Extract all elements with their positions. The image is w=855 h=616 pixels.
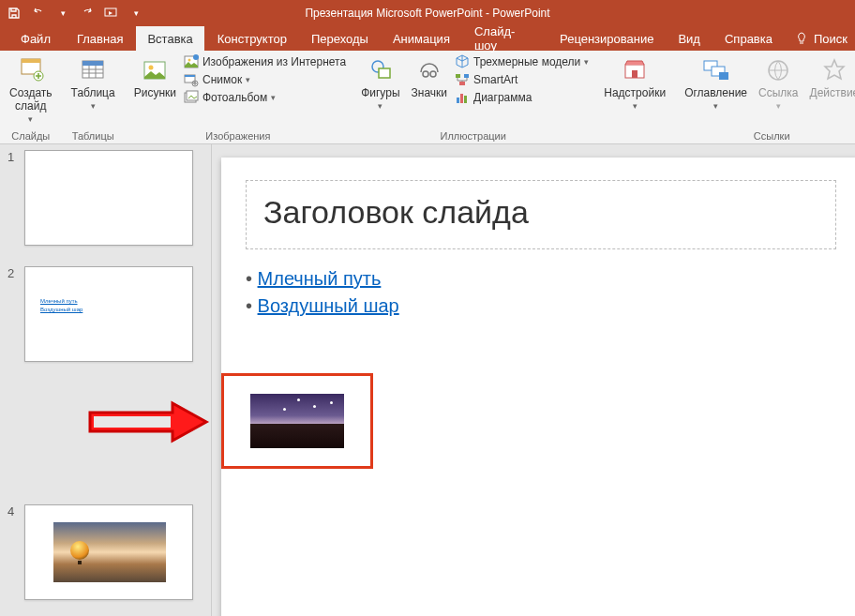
zoom-toc-icon	[702, 56, 730, 84]
group-illustrations-label: Иллюстрации	[357, 130, 589, 142]
photo-album-icon	[184, 90, 199, 105]
svg-point-9	[188, 59, 190, 62]
group-tables: Таблица ▾ Таблицы	[62, 51, 125, 143]
undo-icon[interactable]	[30, 5, 47, 22]
milky-way-image	[250, 394, 344, 448]
hyperlink-1[interactable]: Млечный путь	[258, 268, 382, 289]
chevron-down-icon: ▾	[271, 93, 276, 102]
online-pictures-icon	[184, 54, 199, 69]
smartart-icon	[455, 72, 470, 87]
tab-slideshow[interactable]: Слайд-шоу	[463, 26, 547, 51]
hyperlink-2[interactable]: Воздушный шар	[258, 295, 399, 316]
lightbulb-icon	[793, 30, 810, 47]
window-title: Презентация Microsoft PowerPoint - Power…	[305, 7, 549, 20]
chevron-down-icon: ▾	[776, 101, 781, 111]
pictures-button[interactable]: Рисунки	[130, 54, 180, 101]
svg-rect-20	[456, 74, 460, 78]
thumbnail-slide-1[interactable]	[24, 150, 193, 246]
group-links-label: Ссылки	[681, 130, 855, 142]
tab-insert[interactable]: Вставка	[136, 26, 203, 51]
table-button[interactable]: Таблица ▾	[68, 54, 119, 113]
thumbnail-slide-4[interactable]	[24, 504, 193, 600]
new-slide-label: Создать слайд	[9, 86, 52, 113]
dragged-thumbnail[interactable]	[221, 373, 373, 469]
svg-rect-22	[459, 82, 465, 85]
save-icon[interactable]	[6, 5, 22, 22]
shapes-button[interactable]: Фигуры ▾	[357, 54, 403, 113]
table-icon	[79, 56, 107, 84]
redo-icon[interactable]	[79, 5, 96, 22]
chevron-down-icon: ▾	[713, 101, 718, 111]
tab-design[interactable]: Конструктор	[206, 26, 298, 51]
annotation-arrow-icon	[88, 400, 210, 447]
svg-rect-21	[464, 74, 469, 78]
chevron-down-icon: ▾	[633, 101, 638, 111]
action-label: Действие	[810, 86, 855, 99]
smartart-button[interactable]: SmartArt	[455, 72, 589, 87]
addins-label: Надстройки	[604, 86, 666, 99]
qat-dropdown-icon[interactable]: ▾	[128, 5, 144, 22]
zoom-button[interactable]: Оглавление ▾	[681, 54, 751, 113]
chart-button[interactable]: Диаграмма	[455, 90, 589, 105]
svg-point-7	[149, 66, 154, 70]
svg-rect-15	[187, 91, 198, 100]
group-tables-label: Таблицы	[68, 130, 119, 142]
3dmodels-label: Трехмерные модели	[473, 55, 580, 68]
tab-help[interactable]: Справка	[713, 26, 784, 51]
tab-animations[interactable]: Анимация	[382, 26, 461, 51]
action-button[interactable]: Действие	[806, 54, 855, 101]
svg-rect-5	[82, 61, 103, 66]
balloon-icon	[70, 541, 89, 565]
chevron-down-icon: ▾	[91, 101, 96, 111]
tell-me-search[interactable]: Поиск	[786, 26, 855, 51]
pictures-label: Рисунки	[134, 86, 176, 99]
addins-button[interactable]: Надстройки ▾	[600, 54, 669, 113]
tab-transitions[interactable]: Переходы	[300, 26, 380, 51]
3dmodels-button[interactable]: Трехмерные модели ▾	[455, 54, 589, 69]
thumbnail-slide-2[interactable]: Млечный путь Воздушный шар	[24, 266, 193, 362]
search-label: Поиск	[814, 32, 848, 46]
thumb-number: 4	[8, 504, 19, 518]
thumbnail-row[interactable]: 1	[8, 150, 203, 246]
svg-rect-17	[379, 68, 390, 78]
group-images-label: Изображения	[130, 130, 346, 142]
tab-review[interactable]: Рецензирование	[548, 26, 665, 51]
slide-body-content[interactable]: Млечный путь Воздушный шар	[246, 268, 399, 323]
start-from-beginning-icon[interactable]	[103, 5, 120, 22]
title-bar: ▾ ▾ Презентация Microsoft PowerPoint - P…	[0, 0, 855, 26]
online-pictures-button[interactable]: Изображения из Интернета	[184, 54, 346, 69]
icons-label: Значки	[412, 86, 448, 99]
slide-title-placeholder[interactable]: Заголовок слайда	[246, 180, 836, 249]
store-icon	[621, 56, 649, 84]
cube-icon	[455, 54, 470, 69]
chevron-down-icon: ▾	[584, 57, 589, 67]
undo-dropdown-icon[interactable]: ▾	[54, 5, 71, 22]
icons-button[interactable]: Значки	[408, 54, 452, 101]
pictures-icon	[141, 56, 169, 84]
slide-thumbnail-pane[interactable]: 1 2 Млечный путь Воздушный шар 4	[0, 144, 212, 616]
svg-rect-24	[460, 94, 463, 103]
svg-point-18	[423, 71, 428, 77]
tab-file[interactable]: Файл	[9, 26, 64, 51]
photo-album-button[interactable]: Фотоальбом ▾	[184, 90, 346, 105]
chart-label: Диаграмма	[473, 91, 532, 104]
chevron-down-icon: ▾	[28, 114, 33, 124]
tab-home[interactable]: Главная	[66, 26, 134, 51]
group-images: Рисунки Изображения из Интернета Снимок …	[125, 51, 352, 143]
chevron-down-icon: ▾	[378, 101, 382, 111]
group-slides: Создать слайд ▾ Слайды	[0, 51, 62, 143]
new-slide-button[interactable]: Создать слайд ▾	[6, 54, 56, 126]
thumbnail-row[interactable]: 4	[8, 504, 203, 600]
chevron-down-icon: ▾	[246, 75, 250, 84]
screenshot-icon	[184, 72, 199, 87]
group-addins: Надстройки ▾	[594, 51, 675, 143]
tab-view[interactable]: Вид	[667, 26, 712, 51]
link-button[interactable]: Ссылка ▾	[755, 54, 802, 113]
thumb-number: 1	[8, 150, 19, 164]
group-links: Оглавление ▾ Ссылка ▾ Действие Ссылки	[675, 51, 855, 143]
new-slide-icon	[17, 56, 45, 84]
screenshot-button[interactable]: Снимок ▾	[184, 72, 346, 87]
thumbnail-row[interactable]: 2 Млечный путь Воздушный шар	[8, 266, 203, 362]
thumb-number: 2	[8, 266, 19, 280]
group-slides-label: Слайды	[6, 130, 56, 142]
